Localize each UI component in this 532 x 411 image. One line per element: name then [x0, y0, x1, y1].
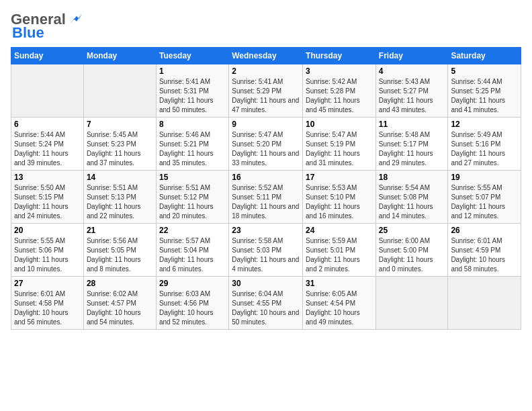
day-info: Sunrise: 5:51 AM Sunset: 5:13 PM Dayligh… — [87, 183, 153, 221]
logo-blue: Blue — [12, 24, 44, 42]
day-info: Sunrise: 5:55 AM Sunset: 5:06 PM Dayligh… — [14, 236, 81, 274]
day-number: 10 — [306, 120, 373, 129]
day-info: Sunrise: 5:44 AM Sunset: 5:24 PM Dayligh… — [14, 130, 81, 168]
day-info: Sunrise: 5:50 AM Sunset: 5:15 PM Dayligh… — [14, 183, 81, 221]
calendar-cell — [83, 64, 156, 118]
calendar-cell: 23Sunrise: 5:58 AM Sunset: 5:03 PM Dayli… — [229, 224, 303, 277]
calendar-cell: 17Sunrise: 5:53 AM Sunset: 5:10 PM Dayli… — [303, 171, 376, 224]
day-number: 15 — [159, 173, 226, 182]
day-number: 3 — [306, 66, 373, 76]
day-number: 31 — [306, 279, 373, 288]
calendar-cell: 19Sunrise: 5:55 AM Sunset: 5:07 PM Dayli… — [448, 171, 521, 224]
calendar-cell: 22Sunrise: 5:57 AM Sunset: 5:04 PM Dayli… — [156, 224, 228, 277]
calendar-cell — [448, 277, 521, 330]
day-number: 8 — [159, 120, 226, 129]
day-info: Sunrise: 5:56 AM Sunset: 5:05 PM Dayligh… — [87, 236, 153, 274]
calendar-cell: 9Sunrise: 5:47 AM Sunset: 5:20 PM Daylig… — [229, 118, 303, 171]
calendar-body: 1Sunrise: 5:41 AM Sunset: 5:31 PM Daylig… — [11, 64, 521, 330]
day-number: 11 — [379, 120, 445, 129]
calendar-cell: 30Sunrise: 6:04 AM Sunset: 4:55 PM Dayli… — [229, 277, 303, 330]
day-number: 13 — [14, 173, 81, 182]
day-number: 1 — [159, 66, 226, 76]
day-info: Sunrise: 5:52 AM Sunset: 5:11 PM Dayligh… — [232, 183, 300, 221]
day-number: 23 — [232, 226, 300, 235]
calendar-cell: 11Sunrise: 5:48 AM Sunset: 5:17 PM Dayli… — [375, 118, 448, 171]
day-info: Sunrise: 5:59 AM Sunset: 5:01 PM Dayligh… — [306, 236, 373, 274]
day-number: 21 — [87, 226, 153, 235]
day-header-friday: Friday — [375, 48, 448, 64]
calendar-cell: 1Sunrise: 5:41 AM Sunset: 5:31 PM Daylig… — [156, 64, 228, 118]
day-number: 18 — [379, 173, 445, 182]
calendar-cell: 18Sunrise: 5:54 AM Sunset: 5:08 PM Dayli… — [375, 171, 448, 224]
calendar-cell: 28Sunrise: 6:02 AM Sunset: 4:57 PM Dayli… — [83, 277, 156, 330]
day-number: 6 — [14, 120, 81, 129]
calendar-cell: 6Sunrise: 5:44 AM Sunset: 5:24 PM Daylig… — [11, 118, 84, 171]
calendar-cell: 7Sunrise: 5:45 AM Sunset: 5:23 PM Daylig… — [83, 118, 156, 171]
calendar-cell: 5Sunrise: 5:44 AM Sunset: 5:25 PM Daylig… — [448, 64, 521, 118]
day-number: 30 — [232, 279, 300, 288]
day-number: 29 — [159, 279, 226, 288]
day-info: Sunrise: 6:02 AM Sunset: 4:57 PM Dayligh… — [87, 289, 153, 327]
day-info: Sunrise: 5:58 AM Sunset: 5:03 PM Dayligh… — [232, 236, 300, 274]
day-info: Sunrise: 5:53 AM Sunset: 5:10 PM Dayligh… — [306, 183, 373, 221]
day-number: 25 — [379, 226, 445, 235]
day-number: 9 — [232, 120, 300, 129]
day-number: 20 — [14, 226, 81, 235]
day-info: Sunrise: 6:04 AM Sunset: 4:55 PM Dayligh… — [232, 289, 300, 327]
day-info: Sunrise: 6:03 AM Sunset: 4:56 PM Dayligh… — [159, 289, 226, 327]
day-info: Sunrise: 5:48 AM Sunset: 5:17 PM Dayligh… — [379, 130, 445, 168]
calendar-week-row: 6Sunrise: 5:44 AM Sunset: 5:24 PM Daylig… — [11, 118, 521, 171]
day-info: Sunrise: 5:51 AM Sunset: 5:12 PM Dayligh… — [159, 183, 226, 221]
calendar-cell: 14Sunrise: 5:51 AM Sunset: 5:13 PM Dayli… — [83, 171, 156, 224]
day-info: Sunrise: 5:49 AM Sunset: 5:16 PM Dayligh… — [451, 130, 518, 168]
day-header-sunday: Sunday — [11, 48, 84, 64]
day-info: Sunrise: 5:55 AM Sunset: 5:07 PM Dayligh… — [451, 183, 518, 221]
calendar-cell: 27Sunrise: 6:01 AM Sunset: 4:58 PM Dayli… — [11, 277, 84, 330]
calendar-cell — [375, 277, 448, 330]
day-info: Sunrise: 5:41 AM Sunset: 5:31 PM Dayligh… — [159, 77, 226, 115]
day-info: Sunrise: 5:47 AM Sunset: 5:19 PM Dayligh… — [306, 130, 373, 168]
calendar-cell: 8Sunrise: 5:46 AM Sunset: 5:21 PM Daylig… — [156, 118, 228, 171]
day-number: 17 — [306, 173, 373, 182]
page-header: General Blue — [11, 11, 521, 42]
day-header-thursday: Thursday — [303, 48, 376, 64]
calendar-week-row: 13Sunrise: 5:50 AM Sunset: 5:15 PM Dayli… — [11, 171, 521, 224]
day-header-wednesday: Wednesday — [229, 48, 303, 64]
calendar-cell: 20Sunrise: 5:55 AM Sunset: 5:06 PM Dayli… — [11, 224, 84, 277]
day-info: Sunrise: 6:01 AM Sunset: 4:59 PM Dayligh… — [451, 236, 518, 274]
calendar-cell: 25Sunrise: 6:00 AM Sunset: 5:00 PM Dayli… — [375, 224, 448, 277]
day-info: Sunrise: 5:47 AM Sunset: 5:20 PM Dayligh… — [232, 130, 300, 168]
calendar-table: SundayMondayTuesdayWednesdayThursdayFrid… — [11, 47, 521, 330]
calendar-cell: 10Sunrise: 5:47 AM Sunset: 5:19 PM Dayli… — [303, 118, 376, 171]
day-info: Sunrise: 5:45 AM Sunset: 5:23 PM Dayligh… — [87, 130, 153, 168]
day-info: Sunrise: 6:01 AM Sunset: 4:58 PM Dayligh… — [14, 289, 81, 327]
day-number: 12 — [451, 120, 518, 129]
calendar-header-row: SundayMondayTuesdayWednesdayThursdayFrid… — [11, 48, 521, 64]
logo-bird-icon — [67, 12, 82, 27]
day-info: Sunrise: 5:57 AM Sunset: 5:04 PM Dayligh… — [159, 236, 226, 274]
day-number: 22 — [159, 226, 226, 235]
logo: General Blue — [11, 11, 82, 42]
day-info: Sunrise: 5:43 AM Sunset: 5:27 PM Dayligh… — [379, 77, 445, 115]
day-header-tuesday: Tuesday — [156, 48, 228, 64]
day-info: Sunrise: 5:54 AM Sunset: 5:08 PM Dayligh… — [379, 183, 445, 221]
calendar-cell: 12Sunrise: 5:49 AM Sunset: 5:16 PM Dayli… — [448, 118, 521, 171]
day-info: Sunrise: 6:00 AM Sunset: 5:00 PM Dayligh… — [379, 236, 445, 274]
calendar-cell: 31Sunrise: 6:05 AM Sunset: 4:54 PM Dayli… — [303, 277, 376, 330]
day-info: Sunrise: 5:42 AM Sunset: 5:28 PM Dayligh… — [306, 77, 373, 115]
day-number: 16 — [232, 173, 300, 182]
calendar-cell: 15Sunrise: 5:51 AM Sunset: 5:12 PM Dayli… — [156, 171, 228, 224]
day-info: Sunrise: 5:44 AM Sunset: 5:25 PM Dayligh… — [451, 77, 518, 115]
calendar-cell: 24Sunrise: 5:59 AM Sunset: 5:01 PM Dayli… — [303, 224, 376, 277]
calendar-cell: 3Sunrise: 5:42 AM Sunset: 5:28 PM Daylig… — [303, 64, 376, 118]
day-number: 4 — [379, 66, 445, 76]
svg-marker-0 — [70, 13, 82, 24]
calendar-cell: 4Sunrise: 5:43 AM Sunset: 5:27 PM Daylig… — [375, 64, 448, 118]
calendar-cell: 21Sunrise: 5:56 AM Sunset: 5:05 PM Dayli… — [83, 224, 156, 277]
calendar-cell: 16Sunrise: 5:52 AM Sunset: 5:11 PM Dayli… — [229, 171, 303, 224]
day-number: 19 — [451, 173, 518, 182]
day-number: 27 — [14, 279, 81, 288]
day-header-monday: Monday — [83, 48, 156, 64]
day-number: 14 — [87, 173, 153, 182]
calendar-cell: 13Sunrise: 5:50 AM Sunset: 5:15 PM Dayli… — [11, 171, 84, 224]
